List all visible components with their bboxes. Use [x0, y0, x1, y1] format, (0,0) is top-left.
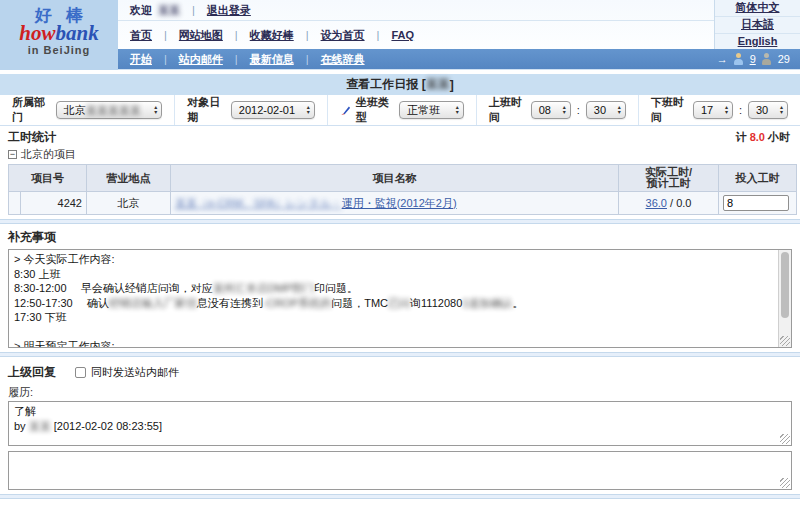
project-group-row: − 北京的项目 [0, 147, 800, 164]
divider: | [371, 29, 386, 41]
time-colon: : [577, 104, 580, 116]
edit-icon [340, 104, 350, 116]
lang-japanese-link[interactable]: 日本語 [741, 17, 774, 32]
start-minute-select[interactable]: 30 [586, 101, 626, 119]
table-row: 4242 北京 某某（e-CRM、SFA）レンタル・運用・監視(2012年2月)… [9, 192, 797, 215]
text-line: 17:30 下班 [14, 310, 771, 325]
section-separator [0, 219, 800, 224]
text-line: 12:50-17:30 确认经销店输入厂家信息没有连携到-CROP系统的问题，T… [14, 296, 771, 311]
redacted-text: 经销店输入厂家信 [109, 297, 197, 309]
online-users: → 9 29 [717, 53, 790, 65]
row-spacer-cell [9, 192, 21, 215]
col-project-id: 项目号 [9, 165, 87, 192]
page-title-suffix: ] [450, 78, 454, 92]
divider: | [300, 53, 315, 65]
page-title: 查看工作日报 [ 某某 ] [0, 74, 800, 95]
redacted-text: （e-CRM、SFA） [197, 197, 286, 209]
menu-mail-link[interactable]: 站内邮件 [179, 52, 223, 67]
reply-title: 上级回复 [8, 364, 56, 381]
history-textarea[interactable]: 了解 by 某某 [2012-02-02 08:23:55] [8, 401, 792, 446]
col-input-hours: 投入工时 [719, 165, 797, 192]
section-separator [0, 494, 800, 499]
divider: | [229, 29, 244, 41]
lang-english-link[interactable]: English [738, 35, 778, 47]
department-value-redacted: 某某某某某 [86, 104, 141, 116]
hours-cell: 36.0 / 0.0 [619, 192, 719, 215]
divider: | [158, 29, 173, 41]
col-location: 营业地点 [87, 165, 171, 192]
resize-grip-icon[interactable] [780, 434, 790, 444]
logo[interactable]: 好棒 howbank in BeiJing [0, 0, 118, 70]
resize-grip-icon[interactable] [780, 336, 790, 346]
online-count[interactable]: 9 [750, 53, 756, 65]
scrollbar[interactable] [778, 250, 791, 347]
collapse-icon[interactable]: − [8, 150, 17, 159]
text-line: > 今天实际工作内容: [14, 252, 771, 267]
logo-how: how [19, 21, 55, 45]
reply-header-row: 上级回复 同时发送站内邮件 [0, 361, 800, 383]
scrollbar-thumb[interactable] [781, 252, 789, 318]
text-segment: 12:50-17:30 确认 [14, 297, 109, 309]
text-segment: 8:30 上班 [14, 268, 60, 280]
report-owner-name: 某某 [426, 76, 450, 93]
col-actual-planned-hours: 实际工时/ 预计工时 [619, 165, 719, 192]
supplement-textarea[interactable]: > 今天实际工作内容:8:30 上班8:30-12:00 早会确认经销店问询，对… [8, 249, 792, 348]
project-link[interactable]: 某某（e-CRM、SFA）レンタル・運用・監視(2012年2月) [175, 197, 457, 209]
page-title-text: 查看工作日报 [ [346, 76, 425, 93]
divider: | [186, 4, 201, 16]
end-minute-value: 30 [756, 104, 768, 116]
history-by-name: 某某 [29, 420, 51, 432]
table-header-row: 项目号 营业地点 项目名称 实际工时/ 预计工时 投入工时 [9, 165, 797, 192]
filter-bar: 所属部门 北京某某某某某 对象日期 2012-02-01 坐班类型 正常班 上班… [0, 95, 800, 126]
text-segment: 问题，TMC [331, 297, 388, 309]
text-segment: 運用・監視(2012年2月) [342, 197, 457, 209]
new-reply-textarea[interactable] [8, 451, 792, 490]
menu-dictionary-link[interactable]: 在线辞典 [321, 52, 365, 67]
end-hour-value: 17 [701, 104, 713, 116]
menu-news-link[interactable]: 最新信息 [250, 52, 294, 67]
project-name-cell: 某某（e-CRM、SFA）レンタル・運用・監視(2012年2月) [171, 192, 619, 215]
redacted-text: 已问 [388, 297, 410, 309]
text-segment: 印问题。 [314, 282, 358, 294]
input-hours-field[interactable] [723, 195, 789, 211]
redacted-text: 某某 [175, 197, 197, 209]
start-hour-select[interactable]: 08 [531, 101, 571, 119]
project-id-cell: 4242 [21, 192, 87, 215]
arrow-icon: → [717, 53, 728, 65]
shift-type-value: 正常班 [407, 103, 440, 118]
text-segment: 8:30-12:00 早会确认经销店问询，对应 [14, 282, 213, 294]
nav-home-link[interactable]: 首页 [130, 28, 152, 43]
department-select[interactable]: 北京某某某某某 [56, 101, 162, 119]
hours-total-label: 计 [736, 131, 747, 143]
shift-type-select[interactable]: 正常班 [399, 101, 464, 119]
date-group: 对象日期 2012-02-01 [175, 95, 328, 125]
nav-faq-link[interactable]: FAQ [391, 29, 414, 41]
lang-chinese-link[interactable]: 简体中文 [736, 0, 780, 15]
end-hour-select[interactable]: 17 [693, 101, 733, 119]
user-online-icon [734, 53, 744, 65]
redacted-text: 某州汇丰店DMP部门 [213, 282, 314, 294]
date-select[interactable]: 2012-02-01 [231, 101, 315, 119]
date-label: 对象日期 [187, 95, 225, 125]
nav-sitemap-link[interactable]: 网站地图 [179, 28, 223, 43]
resize-grip-icon[interactable] [780, 478, 790, 488]
divider: | [229, 53, 244, 65]
actual-hours-link[interactable]: 36.0 [646, 197, 667, 209]
end-minute-select[interactable]: 30 [748, 101, 788, 119]
projects-table: 项目号 营业地点 项目名称 实际工时/ 预计工时 投入工时 4242 北京 某某… [8, 164, 797, 215]
send-mail-checkbox[interactable] [75, 367, 86, 378]
select-arrows-icon [307, 105, 310, 115]
header-nav-rows: 欢迎 某某 | 退出登录 首页 | 网站地图 | 收藏好棒 | 设为首页 | F… [118, 0, 714, 49]
select-arrows-icon [780, 105, 783, 115]
blue-menu-bar: 开始 | 站内邮件 | 最新信息 | 在线辞典 → 9 29 [118, 49, 800, 69]
shift-type-label: 坐班类型 [356, 95, 393, 125]
menu-start-link[interactable]: 开始 [130, 52, 152, 67]
nav-bookmark-link[interactable]: 收藏好棒 [250, 28, 294, 43]
time-colon: : [739, 104, 742, 116]
col-planned-hours-line2: 预计工时 [623, 178, 714, 189]
logout-link[interactable]: 退出登录 [207, 3, 251, 18]
text-segment: 息没有连携到 [197, 297, 263, 309]
select-arrows-icon [154, 105, 157, 115]
nav-set-homepage-link[interactable]: 设为首页 [321, 28, 365, 43]
send-mail-checkbox-label: 同时发送站内邮件 [91, 365, 179, 380]
